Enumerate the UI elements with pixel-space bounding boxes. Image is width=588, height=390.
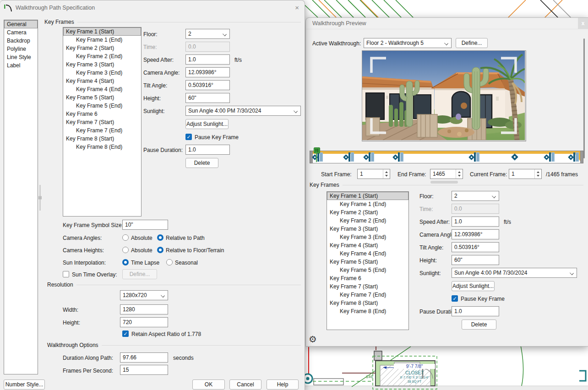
keyframe-list-item[interactable]: Key Frame 3 (End) — [327, 233, 408, 241]
keyframe-marker-pair[interactable] — [544, 152, 555, 162]
sidebar-item[interactable]: Polyline — [4, 45, 38, 53]
sidebar-item[interactable]: Backdrop — [4, 37, 38, 45]
number-style-button[interactable]: Number Style... — [4, 379, 45, 390]
camera-angle-field[interactable] — [452, 229, 499, 239]
ok-button[interactable]: OK — [192, 379, 225, 390]
seasonal-radio[interactable] — [166, 259, 173, 265]
retain-aspect-checkbox[interactable]: ✓ — [122, 330, 129, 337]
sun-time-overlay-checkbox[interactable] — [63, 271, 69, 277]
keyframe-list-item[interactable]: Key Frame 1 (Start) — [63, 27, 141, 36]
pause-key-frame-checkbox[interactable]: ✓ — [185, 134, 192, 140]
keyframe-list-item[interactable]: Key Frame 3 (End) — [63, 69, 141, 77]
keyframe-list-item[interactable]: Key Frame 2 (Start) — [327, 208, 408, 217]
floor-combo[interactable]: 2 — [452, 191, 499, 201]
keyframe-list[interactable]: Key Frame 1 (Start)Key Frame 1 (End)Key … — [327, 191, 409, 330]
keyframe-marker-pair[interactable] — [469, 152, 479, 162]
help-button[interactable]: Help — [267, 379, 299, 390]
timeline-bar[interactable] — [312, 151, 581, 163]
camera-angles-absolute-radio[interactable] — [122, 234, 129, 241]
define-walkthrough-button[interactable]: Define... — [456, 38, 488, 48]
camera-angle-field[interactable] — [185, 67, 230, 77]
speed-after-field[interactable] — [185, 54, 230, 65]
keyframe-list-item[interactable]: Key Frame 6 — [327, 274, 408, 282]
keyframe-list-item[interactable]: Key Frame 2 (End) — [63, 52, 141, 60]
keyframe-list-item[interactable]: Key Frame 2 (End) — [327, 217, 408, 225]
keyframe-list-item[interactable]: Key Frame 5 (End) — [63, 102, 141, 110]
path-titlebar[interactable]: Walkthrough Path Specification × — [0, 0, 305, 14]
keyframe-list-item[interactable]: Key Frame 8 (End) — [63, 143, 141, 151]
camera-heights-absolute-radio[interactable] — [122, 247, 129, 253]
floor-combo[interactable]: 2 — [185, 29, 230, 39]
adjust-sunlight-button[interactable]: Adjust Sunlight... — [452, 281, 495, 291]
keyframe-list-item[interactable]: Key Frame 8 (Start) — [327, 299, 408, 307]
close-icon[interactable]: × — [295, 4, 299, 11]
keyframe-list-item[interactable]: Key Frame 1 (End) — [327, 200, 408, 208]
end-frame-spinner[interactable]: 1465 — [430, 169, 463, 179]
spinner-arrows-icon[interactable] — [534, 169, 541, 179]
width-field[interactable] — [120, 304, 168, 314]
preview-render-frame[interactable] — [362, 50, 526, 141]
cancel-button[interactable]: Cancel — [229, 379, 261, 390]
sidebar-item[interactable]: Label — [4, 61, 38, 70]
sidebar-panel-list[interactable]: GeneralCameraBackdropPolylineLine StyleL… — [4, 20, 38, 374]
keyframe-list-item[interactable]: Key Frame 4 (Start) — [63, 77, 141, 85]
keyframe-list-item[interactable]: Key Frame 8 (End) — [327, 307, 408, 315]
sunlight-combo[interactable]: Sun Angle 4:00 PM 7/30/2024 — [185, 106, 301, 116]
keyframe-marker-pair[interactable] — [569, 152, 579, 162]
pause-duration-field[interactable] — [452, 306, 499, 316]
spinner-arrows-icon[interactable] — [383, 169, 390, 179]
sidebar-item[interactable]: Line Style — [4, 53, 38, 61]
time-lapse-radio[interactable] — [122, 259, 129, 265]
speed-after-field[interactable] — [452, 217, 499, 227]
keyframe-list-item[interactable]: Key Frame 1 (End) — [63, 36, 141, 44]
timeline-right-cap[interactable] — [580, 151, 583, 163]
tilt-angle-field[interactable] — [185, 80, 230, 90]
sidebar-item[interactable]: Camera — [4, 28, 38, 37]
keyframe-list-item[interactable]: Key Frame 6 — [63, 110, 141, 118]
symbol-size-field[interactable] — [122, 220, 168, 230]
keyframe-marker-pair[interactable] — [393, 152, 403, 162]
resolution-preset-combo[interactable]: 1280x720 — [120, 290, 168, 300]
delete-keyframe-button[interactable]: Delete — [185, 158, 218, 168]
keyframe-marker-pair[interactable] — [364, 152, 374, 162]
keyframe-list-item[interactable]: Key Frame 7 (End) — [327, 291, 408, 299]
keyframe-list-item[interactable]: Key Frame 5 (Start) — [327, 258, 408, 266]
keyframe-list-item[interactable]: Key Frame 5 (Start) — [63, 93, 141, 102]
height-field[interactable] — [185, 93, 230, 103]
adjust-sunlight-button[interactable]: Adjust Sunlight... — [185, 119, 229, 129]
keyframe-list-item[interactable]: Key Frame 2 (Start) — [63, 44, 141, 52]
sunlight-combo[interactable]: Sun Angle 4:00 PM 7/30/2024 — [452, 268, 577, 278]
keyframe-list-item[interactable]: Key Frame 1 (Start) — [327, 192, 408, 200]
fps-field[interactable] — [120, 365, 168, 375]
keyframe-list-item[interactable]: Key Frame 7 (End) — [63, 126, 141, 135]
preview-scrollbar[interactable] — [583, 38, 585, 158]
pause-key-frame-checkbox[interactable]: ✓ — [452, 295, 458, 302]
pause-duration-field[interactable] — [185, 145, 230, 155]
delete-keyframe-button[interactable]: Delete — [462, 320, 496, 330]
keyframe-list[interactable]: Key Frame 1 (Start)Key Frame 1 (End)Key … — [63, 27, 142, 217]
camera-angles-relative-radio[interactable] — [157, 234, 163, 241]
active-walkthrough-combo[interactable]: Floor 2 - Walkthrough 5 — [364, 38, 452, 48]
keyframe-list-item[interactable]: Key Frame 4 (Start) — [327, 241, 408, 249]
walkthrough-timeline[interactable] — [310, 151, 583, 163]
keyframe-list-item[interactable]: Key Frame 5 (End) — [327, 266, 408, 274]
keyframe-marker-diamond[interactable] — [512, 155, 517, 160]
keyframe-list-item[interactable]: Key Frame 3 (Start) — [327, 225, 408, 233]
height-res-field[interactable] — [120, 317, 168, 327]
keyframe-list-item[interactable]: Key Frame 8 (Start) — [63, 135, 141, 143]
start-frame-spinner[interactable]: 1 — [357, 169, 390, 179]
current-frame-spinner[interactable]: 1 — [509, 169, 542, 179]
sidebar-item[interactable]: General — [4, 20, 38, 28]
keyframe-list-item[interactable]: Key Frame 7 (Start) — [63, 118, 141, 126]
tilt-angle-field[interactable] — [452, 242, 499, 252]
spinner-arrows-icon[interactable] — [456, 169, 463, 179]
keyframe-marker-pair[interactable] — [313, 152, 323, 162]
sidebar-splitter[interactable] — [39, 185, 41, 211]
keyframe-marker-pair[interactable] — [344, 152, 354, 162]
keyframe-list-item[interactable]: Key Frame 7 (Start) — [327, 282, 408, 291]
height-field[interactable] — [452, 255, 499, 265]
keyframe-list-item[interactable]: Key Frame 4 (End) — [63, 85, 141, 93]
camera-heights-relative-radio[interactable] — [157, 247, 163, 253]
keyframe-list-item[interactable]: Key Frame 4 (End) — [327, 249, 408, 258]
duration-field[interactable] — [120, 352, 168, 363]
